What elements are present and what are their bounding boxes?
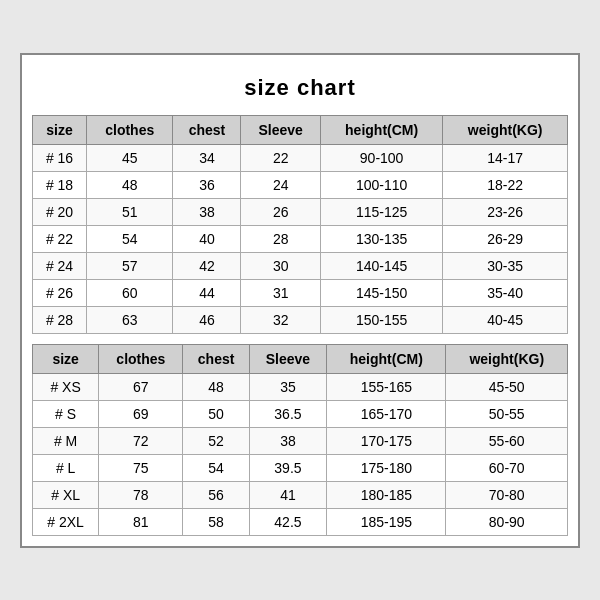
table-cell: 170-175 xyxy=(327,427,446,454)
table-cell: 38 xyxy=(173,198,241,225)
table-cell: 165-170 xyxy=(327,400,446,427)
table-cell: 34 xyxy=(173,144,241,171)
table-cell: 24 xyxy=(241,171,321,198)
table-cell: 58 xyxy=(183,508,249,535)
table-cell: 55-60 xyxy=(446,427,568,454)
table1-header-cell: height(CM) xyxy=(320,115,442,144)
table-cell: 45-50 xyxy=(446,373,568,400)
table-cell: 38 xyxy=(249,427,327,454)
table1-body: # 1645342290-10014-17# 18483624100-11018… xyxy=(33,144,568,333)
table-cell: 48 xyxy=(183,373,249,400)
table-cell: 90-100 xyxy=(320,144,442,171)
table-cell: # S xyxy=(33,400,99,427)
table-cell: # M xyxy=(33,427,99,454)
table-cell: # L xyxy=(33,454,99,481)
table-cell: 26 xyxy=(241,198,321,225)
table-cell: 145-150 xyxy=(320,279,442,306)
table-row: # 1645342290-10014-17 xyxy=(33,144,568,171)
table-cell: # XS xyxy=(33,373,99,400)
table-cell: 26-29 xyxy=(443,225,568,252)
table2-header-cell: size xyxy=(33,344,99,373)
table-row: # 26604431145-15035-40 xyxy=(33,279,568,306)
table-row: # 18483624100-11018-22 xyxy=(33,171,568,198)
table-cell: 42 xyxy=(173,252,241,279)
table-row: # XL785641180-18570-80 xyxy=(33,481,568,508)
table-cell: 63 xyxy=(87,306,173,333)
table-cell: 32 xyxy=(241,306,321,333)
table-row: # 2XL815842.5185-19580-90 xyxy=(33,508,568,535)
table-cell: 36.5 xyxy=(249,400,327,427)
table-row: # XS674835155-16545-50 xyxy=(33,373,568,400)
table-cell: 30-35 xyxy=(443,252,568,279)
table-cell: 81 xyxy=(99,508,183,535)
table-cell: 180-185 xyxy=(327,481,446,508)
section-gap xyxy=(32,334,568,344)
table-cell: 31 xyxy=(241,279,321,306)
table-row: # M725238170-17555-60 xyxy=(33,427,568,454)
table-cell: # 20 xyxy=(33,198,87,225)
table-row: # 20513826115-12523-26 xyxy=(33,198,568,225)
table-cell: 78 xyxy=(99,481,183,508)
table-cell: 69 xyxy=(99,400,183,427)
table-row: # S695036.5165-17050-55 xyxy=(33,400,568,427)
chart-title: size chart xyxy=(32,65,568,115)
table-cell: 67 xyxy=(99,373,183,400)
table-cell: 185-195 xyxy=(327,508,446,535)
table-cell: 72 xyxy=(99,427,183,454)
table-cell: 14-17 xyxy=(443,144,568,171)
table1-header-cell: chest xyxy=(173,115,241,144)
table-row: # 24574230140-14530-35 xyxy=(33,252,568,279)
size-table-1: sizeclotheschestSleeveheight(CM)weight(K… xyxy=(32,115,568,334)
table-row: # 28634632150-15540-45 xyxy=(33,306,568,333)
table-cell: 22 xyxy=(241,144,321,171)
table-cell: 52 xyxy=(183,427,249,454)
table-cell: 45 xyxy=(87,144,173,171)
table-cell: # XL xyxy=(33,481,99,508)
table-cell: # 24 xyxy=(33,252,87,279)
table-cell: 54 xyxy=(87,225,173,252)
table-cell: 50-55 xyxy=(446,400,568,427)
table-cell: 100-110 xyxy=(320,171,442,198)
table1-header-cell: size xyxy=(33,115,87,144)
table-cell: 39.5 xyxy=(249,454,327,481)
table-cell: # 26 xyxy=(33,279,87,306)
table-cell: 80-90 xyxy=(446,508,568,535)
table1-header-cell: clothes xyxy=(87,115,173,144)
table-cell: 70-80 xyxy=(446,481,568,508)
table-cell: 57 xyxy=(87,252,173,279)
table-cell: 56 xyxy=(183,481,249,508)
table-cell: 30 xyxy=(241,252,321,279)
table-cell: 130-135 xyxy=(320,225,442,252)
table-row: # 22544028130-13526-29 xyxy=(33,225,568,252)
table-cell: # 22 xyxy=(33,225,87,252)
table-cell: 115-125 xyxy=(320,198,442,225)
table-cell: 155-165 xyxy=(327,373,446,400)
table-cell: 175-180 xyxy=(327,454,446,481)
table2-header-cell: chest xyxy=(183,344,249,373)
table-cell: 50 xyxy=(183,400,249,427)
table2-header-row: sizeclotheschestSleeveheight(CM)weight(K… xyxy=(33,344,568,373)
table-cell: 28 xyxy=(241,225,321,252)
table-cell: # 16 xyxy=(33,144,87,171)
table-cell: # 28 xyxy=(33,306,87,333)
table-row: # L755439.5175-18060-70 xyxy=(33,454,568,481)
table2-header-cell: height(CM) xyxy=(327,344,446,373)
table-cell: 36 xyxy=(173,171,241,198)
table-cell: 140-145 xyxy=(320,252,442,279)
table-cell: 41 xyxy=(249,481,327,508)
table-cell: 42.5 xyxy=(249,508,327,535)
table2-header-cell: Sleeve xyxy=(249,344,327,373)
table1-header-row: sizeclotheschestSleeveheight(CM)weight(K… xyxy=(33,115,568,144)
table-cell: 35 xyxy=(249,373,327,400)
table-cell: 60 xyxy=(87,279,173,306)
table2-header-cell: clothes xyxy=(99,344,183,373)
table-cell: 40 xyxy=(173,225,241,252)
table-cell: 18-22 xyxy=(443,171,568,198)
table-cell: 44 xyxy=(173,279,241,306)
table-cell: 150-155 xyxy=(320,306,442,333)
table-cell: 75 xyxy=(99,454,183,481)
table-cell: 23-26 xyxy=(443,198,568,225)
table-cell: # 2XL xyxy=(33,508,99,535)
table-cell: 54 xyxy=(183,454,249,481)
table1-header-cell: Sleeve xyxy=(241,115,321,144)
